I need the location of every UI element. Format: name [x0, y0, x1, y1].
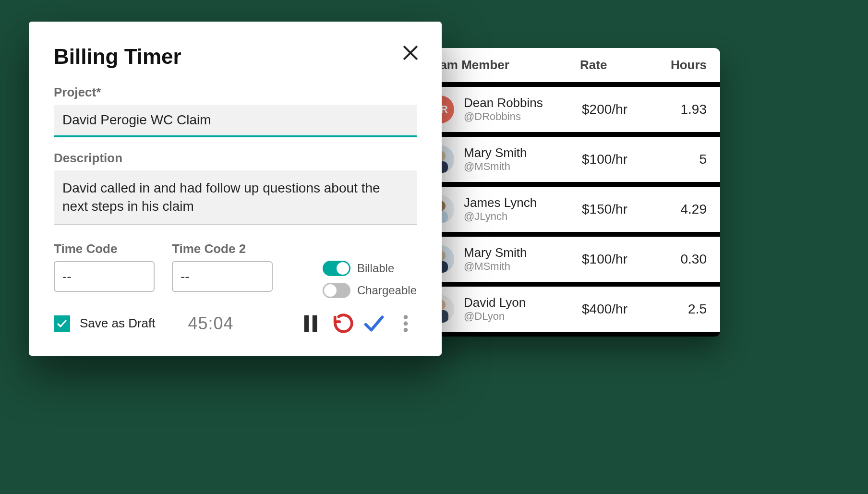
svg-rect-14 — [304, 315, 309, 332]
member-name: James Lynch — [464, 195, 572, 210]
project-label: Project* — [54, 85, 417, 100]
member-rate: $100/hr — [582, 252, 649, 267]
save-draft-checkbox[interactable] — [54, 315, 70, 332]
member-name: David Lyon — [464, 295, 572, 310]
team-table-header: Team Member Rate Hours — [413, 48, 720, 82]
column-header-hours: Hours — [659, 58, 707, 72]
member-rate: $150/hr — [582, 202, 649, 217]
column-header-member: Team Member — [426, 58, 568, 72]
timecode1-label: Time Code — [54, 241, 155, 256]
member-hours: 0.30 — [659, 252, 707, 267]
member-hours: 1.93 — [659, 102, 707, 117]
member-rate: $100/hr — [582, 152, 649, 167]
svg-point-17 — [404, 321, 408, 325]
billing-timer-modal: Billing Timer Project* Description Time … — [29, 22, 442, 356]
confirm-button[interactable] — [363, 313, 385, 335]
svg-point-18 — [404, 328, 408, 332]
member-hours: 5 — [659, 152, 707, 167]
more-button[interactable] — [395, 313, 417, 335]
table-row[interactable]: DR Dean Robbins @DRobbins $200/hr 1.93 — [413, 87, 720, 132]
modal-title: Billing Timer — [54, 45, 417, 69]
member-name: Dean Robbins — [464, 96, 572, 110]
team-table: Team Member Rate Hours DR Dean Robbins @… — [413, 48, 720, 337]
description-label: Description — [54, 151, 417, 166]
timecode2-input[interactable]: -- — [172, 261, 273, 292]
member-rate: $400/hr — [582, 301, 649, 317]
description-input[interactable] — [54, 170, 417, 225]
member-handle: @DLyon — [464, 310, 572, 323]
table-row[interactable]: James Lynch @JLynch $150/hr 4.29 — [413, 187, 720, 232]
reset-button[interactable] — [331, 313, 353, 335]
close-button[interactable] — [401, 44, 420, 62]
timecode1-input[interactable]: -- — [54, 261, 155, 292]
pause-button[interactable] — [300, 313, 322, 335]
member-handle: @DRobbins — [464, 110, 572, 123]
project-input[interactable] — [54, 105, 417, 137]
svg-point-16 — [404, 315, 408, 319]
table-row[interactable]: David Lyon @DLyon $400/hr 2.5 — [413, 287, 720, 332]
member-handle: @MSmith — [464, 260, 572, 273]
column-header-rate: Rate — [580, 58, 647, 72]
billable-label: Billable — [357, 262, 394, 275]
billable-toggle[interactable] — [323, 261, 350, 276]
member-rate: $200/hr — [582, 102, 649, 117]
svg-rect-15 — [313, 315, 317, 332]
chargeable-toggle[interactable] — [323, 283, 350, 298]
member-handle: @MSmith — [464, 160, 572, 173]
chargeable-label: Chargeable — [357, 284, 417, 297]
member-handle: @JLynch — [464, 210, 572, 223]
table-row[interactable]: Mary Smith @MSmith $100/hr 0.30 — [413, 237, 720, 282]
member-hours: 4.29 — [659, 202, 707, 217]
save-draft-label: Save as Draft — [80, 316, 156, 331]
member-name: Mary Smith — [464, 145, 572, 160]
table-row[interactable]: Mary Smith @MSmith $100/hr 5 — [413, 137, 720, 182]
member-name: Mary Smith — [464, 245, 572, 260]
timer-display: 45:04 — [188, 313, 234, 334]
timecode2-label: Time Code 2 — [172, 241, 273, 256]
member-hours: 2.5 — [659, 301, 707, 317]
